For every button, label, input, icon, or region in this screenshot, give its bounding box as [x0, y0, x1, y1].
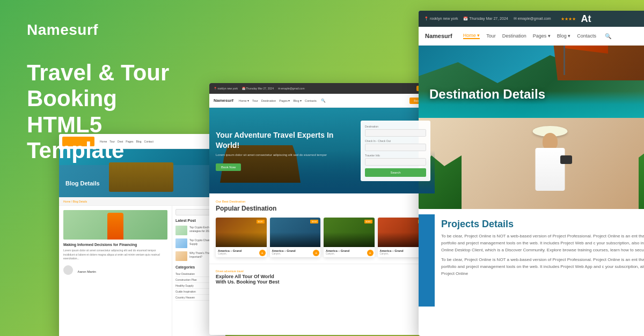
bottom-section: Projects Details To be clear, Project On…: [419, 214, 644, 307]
nav-home[interactable]: Home ▾: [239, 99, 249, 102]
projects-text-2: To be clear, Project Online is NOT a web…: [441, 257, 644, 277]
right-nav-pages[interactable]: Pages ▾: [533, 33, 551, 39]
card-action-icon[interactable]: +: [313, 250, 319, 256]
nav-destination[interactable]: Destination: [261, 99, 276, 102]
right-nav-logo: Namesurf: [425, 33, 452, 39]
main-hero-content: Your Adventure Travel Experts In World! …: [209, 124, 356, 177]
right-nav-home[interactable]: Home ▾: [463, 33, 480, 39]
explore-label: Driven adventure travel: [216, 270, 428, 273]
girl-body: [536, 148, 565, 191]
search-submit-button[interactable]: Search: [365, 168, 426, 177]
right-nav-blog[interactable]: Blog ▾: [557, 33, 571, 39]
projects-text-1: To be clear, Project Online is NOT a web…: [441, 233, 644, 253]
at-text: At: [581, 13, 591, 25]
main-top-bar: 📍 rooklyn new york 📅 Thursday Mar 27, 20…: [209, 83, 435, 94]
nav-pages[interactable]: Pages ▾: [279, 99, 290, 102]
projects-title: Projects Details: [441, 219, 644, 230]
girl-image: [419, 118, 644, 209]
dest-card-3[interactable]: $180 America – Grand Canyon, +: [324, 218, 375, 257]
right-email: ✉ emaple@gmail.com: [514, 17, 551, 21]
nav-contacts[interactable]: Contacts: [305, 99, 317, 102]
projects-section: Projects Details To be clear, Project On…: [435, 214, 644, 307]
checkin-field: Check In - Check Out: [365, 139, 426, 151]
right-search-icon[interactable]: 🔍: [605, 33, 611, 39]
traveler-field: Traveler Info: [365, 154, 426, 166]
destination-field: Destination: [365, 125, 426, 137]
checkin-input[interactable]: [365, 144, 426, 151]
main-title: Travel & Tour Booking HTML5 Template: [27, 60, 199, 163]
nav-search-icon[interactable]: 🔍: [321, 99, 326, 103]
right-nav-contacts[interactable]: Contacts: [577, 33, 596, 39]
brand-name: Namesurf: [27, 21, 199, 39]
main-hero-title: Your Adventure Travel Experts In World!: [216, 130, 350, 150]
nav-blog[interactable]: Blog ▾: [293, 99, 302, 102]
destinations-grid: $120 America – Grand Canyon, + $150: [216, 218, 428, 257]
date-text: 📅 Thursday Mar 27, 2024: [242, 87, 274, 90]
blue-sidebar: [419, 214, 435, 307]
nav-tour[interactable]: Tour: [252, 99, 258, 102]
right-location: 📍 rooklyn new york: [424, 17, 458, 21]
explore-title: Explore All Tour Of World With Us. Booki…: [216, 274, 428, 285]
email-text: ✉ emaple@gmail.com: [278, 87, 305, 90]
right-hero-title: Destination Details: [429, 87, 545, 102]
dest-card-2[interactable]: $150 America – Grand Canyon, +: [270, 218, 321, 257]
explore-section: Driven adventure travel Explore All Tour…: [209, 264, 435, 290]
right-nav-tour[interactable]: Tour: [486, 33, 496, 39]
main-hero: Your Adventure Travel Experts In World! …: [209, 108, 435, 193]
section-title: Popular Destination: [216, 205, 428, 212]
card-action-icon[interactable]: +: [367, 250, 374, 256]
destination-input[interactable]: [365, 129, 426, 137]
main-hero-form: Destination Check In - Check Out Travele…: [361, 121, 430, 181]
screenshot-main: 📍 rooklyn new york 📅 Thursday Mar 27, 20…: [209, 83, 435, 335]
screenshot-right: 📍 rooklyn new york 📅 Thursday Mar 27, 20…: [419, 11, 644, 336]
rating-stars: ★★★★: [561, 17, 576, 21]
girl-camera: [560, 155, 572, 164]
main-nav: Namesurf Home ▾ Tour Destination Pages ▾…: [209, 94, 435, 108]
right-nav: Namesurf Home ▾ Tour Destination Pages ▾…: [419, 27, 644, 46]
traveler-input[interactable]: [365, 158, 426, 166]
girl-figure: [526, 123, 574, 209]
right-top-bar: 📍 rooklyn new york 📅 Thursday Mar 27, 20…: [419, 11, 644, 27]
main-hero-subtitle: Lorem ipsum dolor sit amet consectetur a…: [216, 153, 350, 156]
destinations-section: Our Best Destination Popular Destination…: [209, 193, 435, 264]
section-label: Our Best Destination: [216, 200, 428, 203]
left-panel: Namesurf Travel & Tour Booking HTML5 Tem…: [0, 0, 225, 336]
right-date: 📅 Thursday Mar 27, 2024: [463, 17, 508, 21]
card-action-icon[interactable]: +: [259, 250, 266, 256]
right-nav-destination[interactable]: Destination: [502, 33, 526, 39]
